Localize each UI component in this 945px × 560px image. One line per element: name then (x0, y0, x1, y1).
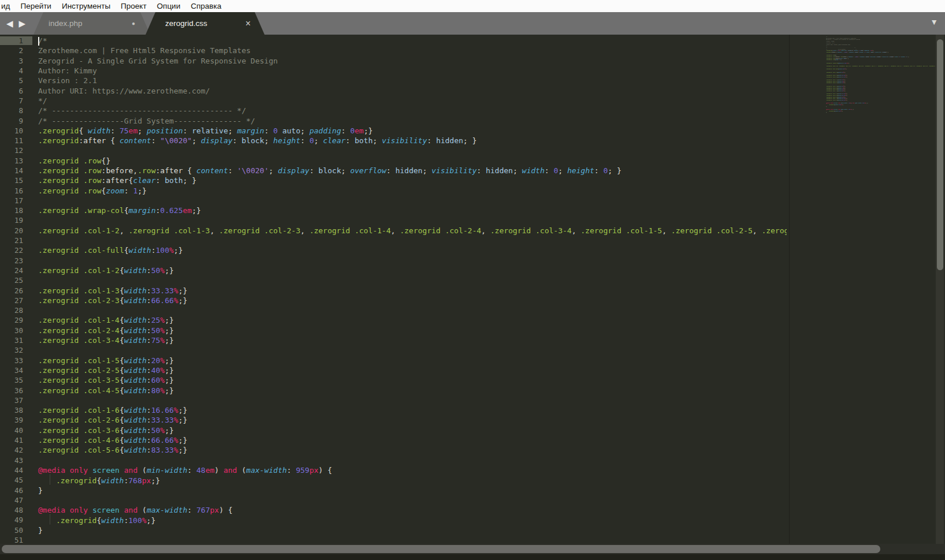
menu-item-go[interactable]: Перейти (15, 2, 57, 10)
code-line: 20.zerogrid .col-1-2, .zerogrid .col-1-3… (826, 65, 936, 67)
modified-dot-icon: ● (132, 20, 135, 27)
code-line: 49.zerogrid{width:100%;} (0, 515, 787, 525)
line-text: Zerogrid - A Single Grid System for Resp… (38, 57, 278, 65)
line-number: 17 (0, 196, 32, 205)
code-line: 38.zerogrid .col-1-6{width:16.66%;} (0, 405, 787, 415)
line-number: 31 (0, 336, 32, 345)
code-line: 46} (0, 485, 787, 495)
vertical-scrollbar-thumb[interactable] (937, 39, 943, 270)
code-line: 6Author URI: https://www.zerotheme.com/ (0, 85, 787, 95)
code-line: 35.zerogrid .col-3-5{width:60%;} (0, 375, 787, 385)
code-line: 27.zerogrid .col-2-3{width:66.66%;} (0, 296, 787, 305)
line-text: .zerogrid .col-1-2, .zerogrid .col-1-3, … (826, 65, 937, 66)
bottom-strip (0, 554, 945, 560)
code-line: 15.zerogrid .row:after{clear: both; } (0, 176, 787, 185)
line-text: .zerogrid .col-4-5{width:80%;} (38, 386, 174, 395)
code-line: 31.zerogrid .col-3-4{width:75%;} (0, 335, 787, 345)
code-line: 39.zerogrid .col-2-6{width:33.33%;} (0, 415, 787, 425)
code-line: 44@media only screen and (min-width: 48e… (0, 465, 787, 475)
line-text: .zerogrid .col-1-2{width:50%;} (826, 72, 845, 73)
code-line: 4Author: Kimmy (0, 66, 787, 76)
code-line: 9/* ----------------Grid System---------… (0, 115, 787, 125)
line-number: 30 (0, 326, 32, 335)
code-line: 21 (0, 236, 787, 245)
line-text: Author URI: https://www.zerotheme.com/ (826, 44, 850, 45)
line-text: .zerogrid{width:100%;} (826, 110, 843, 111)
code-line: 33.zerogrid .col-1-5{width:20%;} (0, 356, 787, 365)
line-number: 37 (0, 396, 32, 405)
tab-list-dropdown-icon[interactable]: ▼ (930, 17, 938, 27)
line-number: 18 (0, 206, 32, 215)
line-text: .zerogrid{width:100%;} (38, 516, 155, 525)
minimap-content: 1/*2Zerotheme.com | Free Html5 Responsiv… (826, 36, 936, 115)
code-line: 50} (0, 525, 787, 535)
menu-item-help[interactable]: Справка (185, 2, 226, 10)
line-number: 47 (0, 496, 32, 505)
line-text: /* (38, 36, 47, 45)
close-icon[interactable]: × (245, 19, 251, 28)
code-line: 25 (0, 275, 787, 285)
line-number: 29 (0, 316, 32, 324)
forward-arrow-icon[interactable]: ▶ (17, 18, 28, 29)
code-line: 11.zerogrid:after { content: "\0020"; di… (0, 136, 787, 145)
line-number: 39 (0, 416, 32, 424)
line-text: @media only screen and (max-width: 767px… (38, 506, 233, 514)
line-number: 12 (0, 146, 32, 155)
tab-label: index.php (49, 19, 83, 28)
line-text: @media only screen and (min-width: 48em)… (38, 466, 332, 475)
line-number: 25 (0, 276, 32, 285)
code-line: 22.zerogrid .col-full{width:100%;} (0, 245, 787, 255)
line-number: 5 (0, 76, 32, 85)
code-line: 18.zerogrid .wrap-col{margin:0.625em;} (0, 206, 787, 215)
line-text: .zerogrid .col-1-2{width:50%;} (38, 266, 174, 275)
line-number: 42 (0, 446, 32, 454)
horizontal-scrollbar-thumb[interactable] (2, 545, 880, 553)
menu-item-options[interactable]: Опции (152, 2, 186, 10)
code-area[interactable]: 1/*2Zerotheme.com | Free Html5 Responsiv… (0, 36, 787, 544)
line-number: 2 (0, 46, 32, 55)
code-editor[interactable]: 1/*2Zerotheme.com | Free Html5 Responsiv… (0, 35, 945, 544)
code-line: 16.zerogrid .row{zoom: 1;} (0, 185, 787, 195)
tab-bar: ◀ ▶ index.php ● zerogrid.css × ▼ (0, 12, 945, 35)
code-line: 24.zerogrid .col-1-2{width:50%;} (0, 266, 787, 275)
tab-zerogrid-css[interactable]: zerogrid.css × (146, 12, 265, 35)
line-text: .zerogrid{width:768px;} (38, 476, 160, 485)
line-text: } (826, 112, 827, 113)
line-number: 14 (0, 166, 32, 175)
line-number: 49 (0, 516, 32, 524)
line-text: .zerogrid .col-3-4{width:75%;} (826, 83, 845, 84)
tab-label: zerogrid.css (165, 19, 207, 28)
menu-item-tools[interactable]: Инструменты (57, 2, 116, 10)
code-line: 45.zerogrid{width:768px;} (0, 475, 787, 485)
menu-item-project[interactable]: Проект (116, 2, 151, 10)
code-line: 13.zerogrid .row{} (0, 156, 787, 166)
menu-item-view[interactable]: ид (0, 2, 15, 10)
code-line: 43 (0, 455, 787, 465)
back-arrow-icon[interactable]: ◀ (5, 18, 15, 29)
text-caret (38, 37, 39, 46)
minimap[interactable]: 1/*2Zerotheme.com | Free Html5 Responsiv… (826, 36, 937, 532)
line-text: .zerogrid .col-1-6{width:16.66%;} (38, 406, 187, 415)
line-number: 40 (0, 426, 32, 435)
line-number: 7 (0, 96, 32, 105)
line-number: 44 (0, 466, 32, 475)
tab-index-php[interactable]: index.php ● (34, 12, 150, 35)
line-number: 8 (0, 106, 32, 115)
code-line: 29.zerogrid .col-1-4{width:25%;} (0, 315, 787, 325)
line-text: .zerogrid .col-3-6{width:50%;} (38, 426, 174, 435)
line-text: .zerogrid .col-2-5{width:40%;} (38, 366, 174, 375)
code-line: 32 (0, 345, 787, 355)
line-number: 33 (0, 356, 32, 365)
line-text: } (826, 106, 827, 107)
line-text: .zerogrid:after { content: "\0020"; disp… (38, 136, 477, 145)
line-number: 22 (0, 246, 32, 255)
line-text: .zerogrid .wrap-col{margin:0.625em;} (38, 206, 201, 215)
line-text: .zerogrid .row:after{clear: both; } (38, 176, 196, 185)
line-number: 1 (0, 36, 32, 45)
line-text: .zerogrid .col-4-5{width:80%;} (826, 90, 845, 91)
line-number: 34 (0, 366, 32, 375)
code-line: 3Zerogrid - A Single Grid System for Res… (0, 56, 787, 66)
line-number: 21 (0, 236, 32, 245)
line-number: 4 (0, 66, 32, 75)
line-text: .zerogrid .col-2-6{width:33.33%;} (38, 416, 187, 424)
